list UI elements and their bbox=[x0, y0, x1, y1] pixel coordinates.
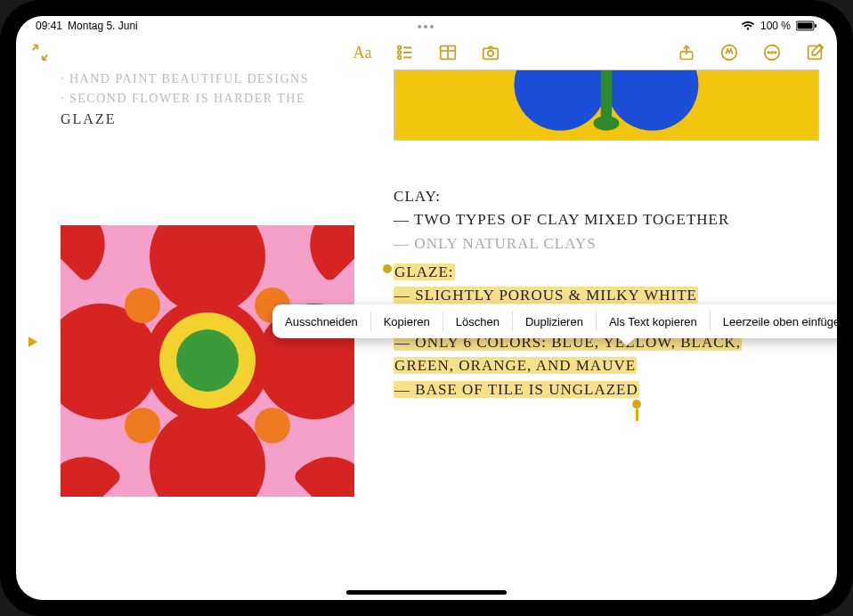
svg-point-25 bbox=[594, 116, 620, 131]
flower-tile-image[interactable] bbox=[61, 225, 354, 497]
status-time: 09:41 bbox=[36, 20, 62, 32]
top-image-strip[interactable] bbox=[394, 69, 819, 141]
more-icon[interactable] bbox=[759, 39, 785, 66]
toolbar: ••• Aa bbox=[16, 36, 837, 69]
clay-line-2: — ONLY NATURAL CLAYS bbox=[394, 232, 819, 255]
context-menu: Ausschneiden Kopieren Löschen Dupliziere… bbox=[272, 304, 837, 338]
battery-icon bbox=[796, 20, 817, 31]
clay-line-1: — TWO TYPES OF CLAY MIXED TOGETHER bbox=[394, 208, 819, 231]
svg-rect-20 bbox=[808, 46, 822, 60]
grab-handle-icon[interactable]: ••• bbox=[418, 20, 436, 34]
camera-icon[interactable] bbox=[477, 39, 504, 66]
svg-rect-1 bbox=[798, 23, 813, 29]
home-indicator[interactable] bbox=[346, 590, 507, 595]
handwriting-area[interactable]: CLAY: — TWO TYPES OF CLAY MIXED TOGETHER… bbox=[394, 185, 819, 401]
wifi-icon bbox=[741, 20, 755, 31]
ctx-copy[interactable]: Kopieren bbox=[371, 304, 443, 338]
ctx-copy-as-text[interactable]: Als Text kopieren bbox=[597, 304, 710, 338]
share-icon[interactable] bbox=[673, 39, 700, 66]
markup-icon[interactable] bbox=[716, 39, 743, 66]
faded-line-1: · HAND PAINT BEAUTIFUL DESIGNS bbox=[61, 69, 385, 89]
format-icon[interactable]: Aa bbox=[349, 39, 376, 66]
left-glaze-text: GLAZE bbox=[61, 111, 385, 127]
svg-point-19 bbox=[775, 52, 776, 53]
screen: 09:41 Montag 5. Juni 100 % ••• bbox=[16, 16, 837, 600]
checklist-icon[interactable] bbox=[392, 39, 418, 66]
ctx-insert-line-above[interactable]: Leerzeile oben einfügen bbox=[711, 304, 837, 338]
svg-rect-24 bbox=[601, 70, 612, 123]
svg-point-17 bbox=[768, 52, 769, 53]
table-icon[interactable] bbox=[435, 39, 461, 66]
compose-icon[interactable] bbox=[801, 39, 828, 66]
ipad-frame: 09:41 Montag 5. Juni 100 % ••• bbox=[0, 0, 853, 616]
selection-handle-end[interactable] bbox=[632, 400, 641, 409]
status-battery-text: 100 % bbox=[760, 20, 791, 32]
glaze-line-3b: GREEN, ORANGE, AND MAUVE bbox=[394, 354, 819, 377]
collapse-icon[interactable] bbox=[27, 39, 53, 66]
glaze-heading: GLAZE: bbox=[394, 261, 819, 284]
selection-handle-tail[interactable] bbox=[636, 409, 638, 421]
ctx-delete[interactable]: Löschen bbox=[443, 304, 512, 338]
ctx-cut[interactable]: Ausschneiden bbox=[272, 304, 370, 338]
clay-heading: CLAY: bbox=[394, 185, 819, 208]
svg-point-7 bbox=[398, 56, 402, 60]
faded-line-2: · SECOND FLOWER IS HARDER THE bbox=[61, 89, 385, 109]
note-content[interactable]: · HAND PAINT BEAUTIFUL DESIGNS · SECOND … bbox=[16, 69, 837, 600]
svg-point-13 bbox=[488, 51, 493, 56]
svg-point-3 bbox=[398, 46, 402, 50]
glaze-line-4: — BASE OF TILE IS UNGLAZED bbox=[394, 378, 819, 401]
svg-point-5 bbox=[398, 51, 402, 54]
status-date: Montag 5. Juni bbox=[68, 20, 138, 32]
svg-rect-2 bbox=[815, 24, 816, 28]
ctx-duplicate[interactable]: Duplizieren bbox=[513, 304, 596, 338]
svg-point-18 bbox=[771, 52, 773, 53]
